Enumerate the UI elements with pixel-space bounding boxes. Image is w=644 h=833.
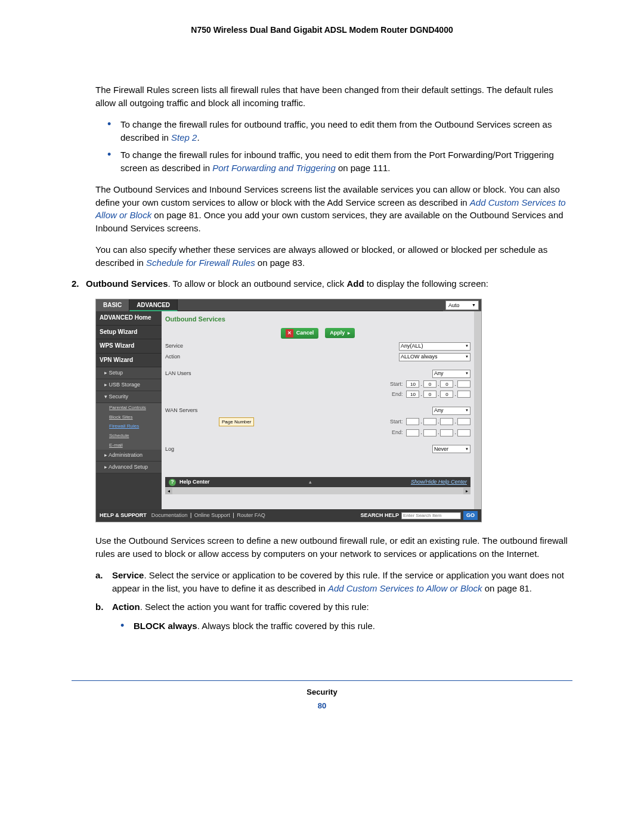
ip-octet-4[interactable] — [457, 418, 470, 425]
lan-end-label: End: — [354, 391, 406, 398]
sidebar-setup-wizard[interactable]: Setup Wizard — [96, 326, 162, 340]
ip-octet-1[interactable] — [406, 391, 419, 398]
letter-a-label: a. — [95, 569, 112, 595]
ip-octet-4[interactable] — [457, 429, 470, 436]
sub-a: a. Service. Select the service or applic… — [95, 569, 572, 595]
ip-octet-3[interactable] — [440, 429, 453, 436]
sidebar-advanced-home[interactable]: ADVANCED Home — [96, 311, 162, 326]
bullet1-text-b: . — [197, 132, 199, 143]
help-support-footer: HELP & SUPPORT Documentation | Online Su… — [96, 509, 481, 522]
go-button[interactable]: GO — [463, 511, 478, 520]
ip-octet-3[interactable] — [440, 391, 453, 398]
letter-a-after: on page 81. — [482, 583, 532, 593]
bullet2-text-b: on page 111. — [336, 163, 391, 173]
step2-mid: . To allow or block an outbound service,… — [168, 278, 347, 289]
wan-servers-select[interactable]: Any▼ — [432, 407, 470, 415]
bullet2-link[interactable]: Port Forwarding and Triggering — [212, 163, 335, 173]
p2-b: on page 81. Once you add your own custom… — [95, 210, 564, 233]
letter-a-link[interactable]: Add Custom Services to Allow or Block — [328, 583, 482, 593]
search-input[interactable] — [401, 512, 461, 519]
letter-b-bold: Action — [112, 602, 140, 612]
wan-servers-label: WAN Servers — [165, 407, 219, 414]
p3-b: on page 83. — [255, 258, 305, 268]
sidebar-parental-controls[interactable]: Parental Controls — [96, 403, 162, 413]
ip-octet-2[interactable] — [423, 429, 436, 436]
ip-octet-1[interactable] — [406, 380, 419, 388]
tab-basic[interactable]: BASIC — [96, 299, 129, 311]
sidebar-schedule[interactable]: Schedule — [96, 431, 162, 441]
ip-octet-1[interactable] — [406, 429, 419, 436]
paragraph-3: You can also specify whether these servi… — [95, 243, 572, 270]
ip-octet-2[interactable] — [423, 418, 436, 425]
lan-users-select[interactable]: Any▼ — [432, 370, 470, 378]
ip-octet-4[interactable] — [457, 391, 470, 398]
help-support-label: HELP & SUPPORT — [100, 512, 147, 519]
sub-b: b. Action. Select the action you want fo… — [95, 600, 572, 614]
bullet-dot-icon: • — [120, 620, 134, 633]
help-icon: ? — [169, 479, 176, 486]
wan-start-label: Start: — [354, 418, 406, 426]
router-faq-link[interactable]: Router FAQ — [237, 512, 265, 518]
sidebar-wps-wizard[interactable]: WPS Wizard — [96, 339, 162, 354]
help-center-label: Help Center — [179, 478, 210, 486]
action-select[interactable]: ALLOW always▼ — [399, 353, 470, 361]
bullet-dot-icon: • — [107, 148, 120, 175]
show-hide-help-link[interactable]: Show/Hide Help Center — [411, 478, 467, 486]
sidebar-setup[interactable]: ▸ Setup — [96, 367, 162, 379]
p3-link[interactable]: Schedule for Firewall Rules — [146, 258, 255, 268]
collapse-icon[interactable]: ▴ — [210, 478, 411, 486]
ip-octet-4[interactable] — [457, 380, 470, 388]
close-icon: ✕ — [286, 329, 293, 337]
lan-start-label: Start: — [354, 380, 406, 388]
page-number-button[interactable]: Page Number — [219, 417, 254, 427]
online-support-link[interactable]: Online Support — [194, 512, 230, 518]
tab-advanced[interactable]: ADVANCED — [129, 299, 178, 311]
letter-a-bold: Service — [112, 570, 144, 580]
sidebar-vpn-wizard[interactable]: VPN Wizard — [96, 354, 162, 368]
step2-add: Add — [346, 278, 364, 289]
service-select[interactable]: Any(ALL)▼ — [399, 342, 470, 351]
apply-button[interactable]: Apply▸ — [325, 328, 355, 338]
ip-octet-2[interactable] — [423, 380, 436, 388]
sidebar-firewall-rules[interactable]: Firewall Rules — [96, 422, 162, 431]
bullet1-link[interactable]: Step 2 — [171, 132, 197, 143]
search-help-label: SEARCH HELP — [360, 512, 399, 519]
scroll-left-icon[interactable]: ◂ — [165, 488, 172, 495]
documentation-link[interactable]: Documentation — [151, 512, 188, 518]
cancel-button[interactable]: ✕Cancel — [281, 328, 319, 339]
chevron-down-icon: ▼ — [463, 354, 469, 360]
lan-end-ip: ... — [406, 391, 470, 398]
auto-dropdown[interactable]: Auto▼ — [445, 301, 479, 310]
bullet-dot-icon: • — [107, 118, 120, 144]
step2-end: to display the following screen: — [364, 278, 488, 289]
footer-divider — [72, 680, 572, 681]
ip-octet-1[interactable] — [406, 418, 419, 425]
ip-octet-2[interactable] — [423, 391, 436, 398]
sidebar-email[interactable]: E-mail — [96, 441, 162, 450]
letter-b-label: b. — [95, 600, 112, 614]
vertical-scrollbar[interactable] — [474, 311, 481, 509]
sidebar-advanced-setup[interactable]: ▸ Advanced Setup — [96, 462, 162, 473]
sidebar-usb-storage[interactable]: ▸ USB Storage — [96, 379, 162, 391]
scroll-right-icon[interactable]: ▸ — [463, 488, 470, 495]
sidebar-administration[interactable]: ▸ Administration — [96, 450, 162, 462]
page-header: N750 Wireless Dual Band Gigabit ADSL Mod… — [72, 24, 572, 36]
wan-start-ip: ... — [406, 418, 470, 426]
after-image-text: Use the Outbound Services screen to defi… — [95, 534, 572, 561]
step-2-number: 2. — [72, 277, 86, 290]
lan-start-ip: ... — [406, 380, 470, 388]
panel-title: Outbound Services — [165, 315, 470, 324]
sidebar-block-sites[interactable]: Block Sites — [96, 413, 162, 422]
letter-b-text: . Select the action you want for traffic… — [140, 602, 369, 612]
paragraph-2: The Outbound Services and Inbound Servic… — [95, 183, 572, 235]
step2-bold: Outbound Services — [86, 278, 168, 289]
chevron-down-icon: ▼ — [463, 447, 469, 452]
log-label: Log — [165, 445, 219, 453]
ip-octet-3[interactable] — [440, 380, 453, 388]
sidebar-security[interactable]: ▾ Security — [96, 391, 162, 403]
footer-page-number: 80 — [72, 701, 572, 712]
horizontal-scrollbar[interactable]: ◂▸ — [165, 487, 470, 494]
log-select[interactable]: Never▼ — [432, 445, 470, 453]
intro-paragraph: The Firewall Rules screen lists all fire… — [95, 83, 572, 110]
ip-octet-3[interactable] — [440, 418, 453, 425]
